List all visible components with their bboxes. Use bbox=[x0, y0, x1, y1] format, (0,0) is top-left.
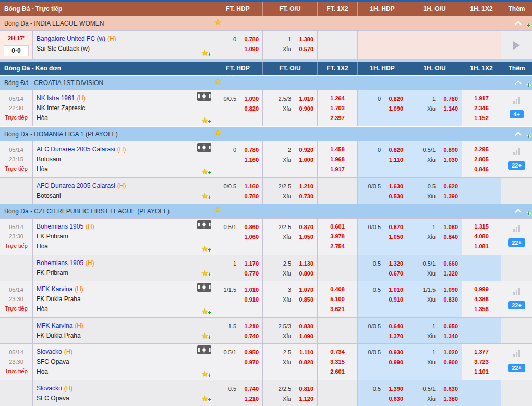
stats-bars-icon[interactable] bbox=[513, 148, 521, 155]
favorite-star-icon[interactable]: ★+ bbox=[214, 18, 528, 29]
odd-value[interactable]: 3.621 bbox=[318, 304, 357, 314]
home-team-link[interactable]: Bohemians 1905 bbox=[37, 259, 83, 267]
odd-value[interactable]: 0.780 bbox=[240, 147, 259, 153]
odd-value[interactable]: 0.770 bbox=[240, 270, 259, 277]
odd-value[interactable]: 1.917 bbox=[462, 93, 501, 103]
more-markets-badge[interactable]: 22+ bbox=[508, 364, 525, 372]
stats-bars-icon[interactable] bbox=[513, 350, 521, 357]
odd-value[interactable]: 1.264 bbox=[318, 93, 357, 103]
odd-value[interactable]: 0.820 bbox=[384, 147, 403, 153]
odd-value[interactable]: 0.620 bbox=[439, 183, 458, 189]
odd-value[interactable]: 1.390 bbox=[384, 386, 403, 392]
odd-value[interactable]: 0.730 bbox=[295, 193, 313, 199]
league-section-czech[interactable]: Bóng Đá - CZECH REPUBLIC FIRST LEAGUE (P… bbox=[0, 204, 532, 218]
odd-value[interactable]: 0.800 bbox=[295, 270, 313, 277]
home-team-link[interactable]: Bohemians 1905 bbox=[37, 223, 83, 230]
odd-value[interactable]: 2.754 bbox=[318, 242, 357, 252]
more-markets-badge[interactable]: 22+ bbox=[508, 301, 525, 309]
odd-value[interactable]: 3.723 bbox=[462, 357, 501, 367]
odd-value[interactable]: 1.210 bbox=[240, 323, 259, 329]
odd-value[interactable]: 5.100 bbox=[318, 294, 357, 304]
odd-value[interactable]: 1.160 bbox=[240, 183, 259, 189]
odd-value[interactable]: 0.630 bbox=[384, 396, 403, 402]
home-team-link[interactable]: AFC Dunarea 2005 Calarasi bbox=[37, 146, 115, 153]
favorite-star-icon[interactable]: ★+ bbox=[201, 192, 209, 200]
odd-value[interactable]: 0.950 bbox=[240, 349, 259, 355]
odd-value[interactable]: 1.630 bbox=[384, 183, 403, 189]
favorite-star-icon[interactable]: ★+ bbox=[201, 332, 209, 340]
odd-value[interactable]: 2.601 bbox=[318, 367, 357, 377]
odd-value[interactable]: 1.315 bbox=[462, 222, 501, 232]
odd-value[interactable]: 1.070 bbox=[295, 286, 313, 293]
odd-value[interactable]: 4.386 bbox=[462, 294, 501, 304]
expand-match-icon[interactable] bbox=[513, 41, 520, 50]
stats-bars-icon[interactable] bbox=[513, 288, 521, 295]
odd-value[interactable]: 0.930 bbox=[384, 349, 403, 355]
home-team-link[interactable]: Slovacko bbox=[37, 385, 62, 392]
home-team-link[interactable]: MFK Karvina bbox=[37, 285, 72, 293]
odd-value[interactable]: 0.820 bbox=[295, 359, 313, 365]
odd-value[interactable]: 0.530 bbox=[384, 193, 403, 199]
odd-value[interactable]: 1.060 bbox=[240, 234, 259, 240]
odd-value[interactable]: 0.990 bbox=[384, 359, 403, 365]
odd-value[interactable]: 2.295 bbox=[462, 145, 501, 154]
odd-value[interactable]: 0.870 bbox=[384, 224, 403, 230]
odd-value[interactable]: 0.601 bbox=[318, 222, 357, 232]
odd-value[interactable]: 0.970 bbox=[240, 359, 259, 365]
more-markets-badge[interactable]: 22+ bbox=[508, 161, 525, 170]
odd-value[interactable]: 1.090 bbox=[240, 46, 259, 52]
odd-value[interactable]: 0.810 bbox=[295, 386, 313, 392]
odd-value[interactable]: 0.910 bbox=[384, 296, 403, 303]
stats-bars-icon[interactable] bbox=[513, 97, 521, 104]
odd-value[interactable]: 1.380 bbox=[439, 396, 458, 402]
odd-value[interactable]: 0.900 bbox=[439, 359, 458, 365]
favorite-star-icon[interactable]: ★+ bbox=[201, 307, 209, 316]
odd-value[interactable]: 1.458 bbox=[318, 145, 357, 154]
odd-value[interactable]: 1.356 bbox=[462, 304, 501, 314]
odd-value[interactable]: 1.010 bbox=[295, 95, 313, 102]
league-section-india[interactable]: Bóng Đá - INDIA LEAGUE WOMEN ★+ bbox=[0, 16, 532, 30]
odd-value[interactable]: 1.090 bbox=[240, 95, 259, 102]
odd-value[interactable]: 1.090 bbox=[384, 105, 403, 112]
favorite-star-icon[interactable]: ★+ bbox=[214, 129, 528, 139]
more-markets-badge[interactable]: 4+ bbox=[510, 110, 524, 118]
odd-value[interactable]: 0.820 bbox=[240, 105, 259, 112]
odd-value[interactable]: 0.650 bbox=[439, 323, 458, 329]
odd-value[interactable]: 1.210 bbox=[240, 396, 259, 402]
favorite-star-icon[interactable]: ★+ bbox=[201, 395, 209, 403]
odd-value[interactable]: 0.740 bbox=[240, 386, 259, 392]
favorite-star-icon[interactable]: ★+ bbox=[201, 245, 209, 253]
odd-value[interactable]: 1.703 bbox=[318, 103, 357, 113]
home-team-link[interactable]: AFC Dunarea 2005 Calarasi bbox=[37, 182, 115, 189]
odd-value[interactable]: 0.734 bbox=[318, 347, 357, 357]
favorite-star-icon[interactable]: ★+ bbox=[214, 206, 528, 217]
more-markets-badge[interactable]: 22+ bbox=[508, 238, 525, 247]
odd-value[interactable]: 1.090 bbox=[439, 286, 458, 293]
odd-value[interactable]: 1.160 bbox=[240, 157, 259, 163]
odd-value[interactable]: 0.780 bbox=[240, 193, 259, 199]
odd-value[interactable]: 1.390 bbox=[439, 193, 458, 199]
odd-value[interactable]: 0.870 bbox=[295, 224, 313, 230]
odd-value[interactable]: 1.370 bbox=[384, 333, 403, 339]
odd-value[interactable]: 1.380 bbox=[295, 36, 313, 42]
odd-value[interactable]: 0.999 bbox=[462, 284, 501, 294]
pitch-icon[interactable] bbox=[197, 220, 211, 229]
home-team-link[interactable]: NK Istra 1961 bbox=[37, 94, 75, 102]
odd-value[interactable]: 1.010 bbox=[384, 286, 403, 293]
odd-value[interactable]: 1.210 bbox=[295, 183, 313, 189]
odd-value[interactable]: 1.000 bbox=[295, 157, 313, 163]
odd-value[interactable]: 3.978 bbox=[318, 232, 357, 242]
odd-value[interactable]: 0.570 bbox=[295, 46, 313, 52]
odd-value[interactable]: 0.408 bbox=[318, 284, 357, 294]
odd-value[interactable]: 1.080 bbox=[439, 224, 458, 230]
odd-value[interactable]: 1.110 bbox=[295, 349, 313, 355]
odd-value[interactable]: 1.968 bbox=[318, 154, 357, 164]
odd-value[interactable]: 0.846 bbox=[462, 164, 501, 174]
odd-value[interactable]: 1.050 bbox=[384, 234, 403, 240]
odd-value[interactable]: 1.130 bbox=[295, 260, 313, 267]
odd-value[interactable]: 0.920 bbox=[295, 147, 313, 153]
odd-value[interactable]: 0.740 bbox=[240, 333, 259, 339]
odd-value[interactable]: 0.640 bbox=[384, 323, 403, 329]
odd-value[interactable]: 1.340 bbox=[439, 333, 458, 339]
odd-value[interactable]: 1.377 bbox=[462, 347, 501, 357]
